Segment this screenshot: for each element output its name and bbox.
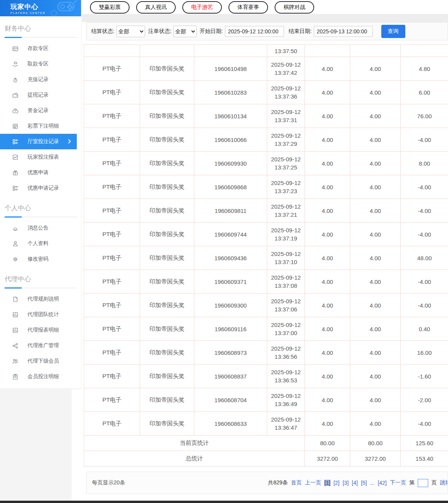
table-cell: 1960608633 (194, 412, 267, 436)
table-cell: 2025-09-1213:37:08 (267, 270, 305, 294)
sidebar-item-label: 代理团队统计 (28, 311, 59, 318)
sidebar: 玩家中心 PLAYERS CENTER 财务中心存款专区取款专区充值记录提现记录… (0, 0, 81, 389)
stats-icon (12, 327, 19, 334)
table-cell: 4.00 (350, 104, 401, 128)
page-link[interactable]: [3] (342, 480, 349, 486)
table-cell: 4.00 (350, 175, 401, 199)
sidebar-item-存款专区[interactable]: 存款专区 (0, 41, 81, 56)
section-title: 财务中心 (4, 24, 77, 38)
sidebar-item-取款专区[interactable]: 取款专区 (0, 56, 81, 72)
table-cell: 1960610283 (194, 81, 267, 104)
sidebar-item-个人资料[interactable]: 个人资料 (0, 236, 81, 251)
sidebar-item-厅室投注记录[interactable]: 厅室投注记录 (0, 134, 77, 149)
sidebar-item-会员投注明细[interactable]: 会员投注明细 (0, 369, 81, 384)
sidebar-item-消息公告[interactable]: 消息公告 (0, 220, 81, 236)
sidebar-item-label: 取款专区 (28, 60, 48, 67)
sidebar-item-提现记录[interactable]: 提现记录 (0, 87, 81, 103)
table-cell: 4.00 (305, 270, 350, 294)
table-cell: 印加帝国头奖 (140, 57, 194, 81)
page-link[interactable]: [5] (361, 480, 367, 486)
sidebar-item-代理推广管理[interactable]: 代理推广管理 (0, 338, 81, 353)
game-tab-真人视讯[interactable]: 真人视讯 (136, 1, 176, 14)
game-tab-雙赢彩票[interactable]: 雙赢彩票 (90, 1, 130, 14)
sidebar-item-充值记录[interactable]: 充值记录 (0, 72, 81, 87)
page-link[interactable]: [2] (334, 480, 340, 486)
sidebar-nav: 财务中心存款专区取款专区充值记录提现记录资金记录彩票下注明细厅室投注记录玩家投注… (0, 24, 81, 400)
table-row: PT电子印加帝国头奖19606087042025-09-1213:36:494.… (84, 388, 448, 412)
query-button[interactable]: 查询 (381, 25, 405, 38)
table-cell: 印加帝国头奖 (140, 270, 194, 294)
table-cell: 153.40 (401, 451, 448, 467)
sidebar-item-label: 代理规则说明 (28, 296, 59, 302)
table-cell: 2025-09-1213:37:29 (267, 128, 305, 152)
last-page-number-link[interactable]: [42] (378, 480, 387, 486)
sidebar-item-代理报表明细[interactable]: 代理报表明细 (0, 322, 81, 338)
table-row: PT电子印加帝国头奖19606088372025-09-1213:36:534.… (84, 365, 448, 388)
game-tab-棋牌对战[interactable]: 棋牌对战 (275, 1, 314, 14)
table-cell: 2025-09-1213:37:31 (267, 104, 305, 128)
table-cell: -4.00 (401, 412, 448, 436)
sidebar-item-优惠申请[interactable]: 优惠申请 (0, 165, 81, 180)
sidebar-item-label: 资金记录 (28, 107, 48, 114)
end-date-label: 结束日期: (289, 28, 312, 35)
sidebar-item-彩票下注明细[interactable]: 彩票下注明细 (0, 118, 81, 134)
page-jump-input[interactable] (418, 479, 428, 487)
table-cell: 4.00 (350, 152, 401, 175)
table-cell: 印加帝国头奖 (140, 223, 194, 246)
game-tab-电子游艺[interactable]: 电子游艺 (182, 1, 222, 14)
table-summary-row: 当前页统计80.0080.00125.60 (84, 436, 448, 451)
table-cell: 2025-09-1213:37:00 (267, 317, 305, 341)
table-cell: 4.00 (305, 81, 350, 104)
sidebar-item-玩家投注报表[interactable]: 玩家投注报表 (0, 149, 81, 165)
table-cell: PT电子 (84, 81, 140, 104)
page-link[interactable]: [4] (352, 480, 358, 486)
table-cell: 2025-09-1213:37:10 (267, 246, 305, 270)
table-cell: 80.00 (350, 436, 401, 451)
order-status-select[interactable]: 全部 (173, 26, 197, 37)
table-cell: 4.00 (350, 57, 401, 81)
table-row: PT电子印加帝国头奖19606102832025-09-1213:37:364.… (84, 81, 448, 104)
table-cell: 4.80 (401, 57, 448, 81)
table-cell: 印加帝国头奖 (140, 246, 194, 270)
table-cell (401, 45, 448, 57)
sidebar-item-label: 消息公告 (28, 225, 48, 232)
sidebar-item-代理下级会员[interactable]: 代理下级会员 (0, 353, 81, 369)
table-cell (194, 45, 267, 57)
table-cell: 4.00 (305, 341, 350, 365)
table-cell: 2025-09-1213:36:56 (267, 341, 305, 365)
bet-records-table: 13:37:50PT电子印加帝国头奖19606104982025-09-1213… (84, 45, 448, 467)
table-cell: 印加帝国头奖 (140, 175, 194, 199)
jump-button[interactable]: 跳转 (440, 479, 448, 486)
table-cell: 2025-09-1213:37:06 (267, 294, 305, 317)
prev-page-link[interactable]: 上一页 (305, 479, 321, 486)
game-tab-体育赛事[interactable]: 体育赛事 (228, 1, 268, 14)
current-page-link[interactable]: [1] (324, 480, 330, 486)
table-cell: 1960609436 (194, 246, 267, 270)
table-cell: 1960609371 (194, 270, 267, 294)
next-page-link[interactable]: 下一页 (390, 479, 406, 486)
table-cell: 4.00 (350, 246, 401, 270)
table-cell: 印加帝国头奖 (140, 341, 194, 365)
sidebar-item-修改密码[interactable]: 修改密码 (0, 251, 81, 267)
gift-icon (12, 169, 19, 176)
table-row: PT电子印加帝国头奖19606097442025-09-1213:37:194.… (84, 223, 448, 246)
start-date-input[interactable] (225, 26, 284, 37)
first-page-link[interactable]: 首页 (291, 479, 302, 486)
settle-status-select[interactable]: 全部 (116, 26, 145, 37)
table-cell: 2025-09-1213:36:49 (267, 388, 305, 412)
sidebar-item-优惠申请记录[interactable]: 优惠申请记录 (0, 180, 81, 196)
table-row: PT电子印加帝国头奖19606089732025-09-1213:36:564.… (84, 341, 448, 365)
table-cell: PT电子 (84, 294, 140, 317)
table-cell: 4.00 (350, 223, 401, 246)
table-cell: 4.00 (350, 388, 401, 412)
table-cell: 1960609300 (194, 294, 267, 317)
table-cell: 4.00 (305, 412, 350, 436)
bag-icon (12, 76, 19, 83)
table-cell: 2025-09-1213:36:53 (267, 365, 305, 388)
table-row: PT电子印加帝国头奖19606094362025-09-1213:37:104.… (84, 246, 448, 270)
end-date-input[interactable] (314, 26, 373, 37)
sidebar-item-代理规则说明[interactable]: 代理规则说明 (0, 291, 81, 307)
doc-icon (12, 296, 19, 302)
sidebar-item-资金记录[interactable]: 资金记录 (0, 103, 81, 118)
sidebar-item-代理团队统计[interactable]: 代理团队统计 (0, 307, 81, 322)
